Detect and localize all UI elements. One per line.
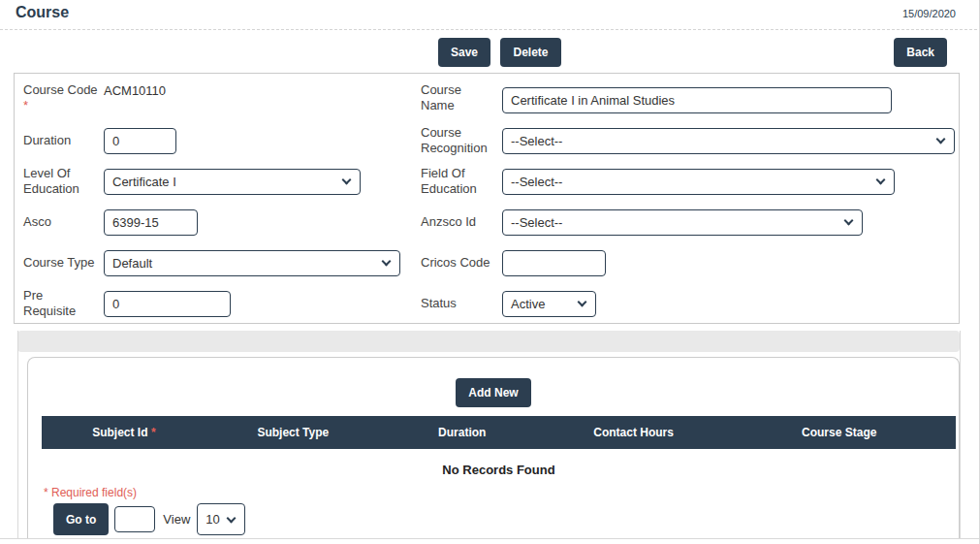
required-asterisk: *	[151, 426, 156, 439]
bottom-divider	[0, 538, 980, 539]
course-recognition-select[interactable]: --Select--	[502, 128, 955, 154]
header-divider	[0, 29, 977, 30]
pre-requisite-input[interactable]	[104, 291, 231, 317]
page-size-select[interactable]: 10	[197, 503, 245, 535]
section-right-border	[960, 331, 961, 539]
pre-requisite-label: Pre Requisite	[23, 288, 104, 320]
course-name-label: Course Name	[421, 82, 502, 114]
field-of-education-select[interactable]: --Select--	[502, 169, 895, 195]
level-of-education-select[interactable]: Certificate I	[104, 169, 361, 195]
required-asterisk: *	[23, 98, 28, 112]
save-button[interactable]: Save	[438, 38, 490, 67]
duration-input[interactable]	[104, 128, 176, 154]
asco-input[interactable]	[104, 209, 198, 236]
chevron-down-icon	[578, 298, 587, 307]
toolbar: Save Delete	[438, 38, 567, 67]
goto-page-input[interactable]	[114, 506, 155, 532]
subjects-tab-bar	[17, 331, 960, 352]
required-fields-note: * Required field(s)	[44, 486, 137, 499]
course-form-panel: Course Code * ACM10110 Course Name Durat…	[14, 73, 960, 324]
subjects-panel: Add New Subject Id * Subject Type Durati…	[27, 357, 960, 539]
anzsco-id-select[interactable]: --Select--	[502, 209, 863, 236]
view-label: View	[163, 512, 190, 527]
no-records-message: No Records Found	[42, 449, 956, 477]
course-type-select[interactable]: Default	[104, 250, 400, 276]
status-label: Status	[421, 296, 502, 311]
column-subject-type: Subject Type	[206, 426, 380, 439]
level-of-education-label: Level Of Education	[23, 166, 104, 198]
add-new-button[interactable]: Add New	[456, 378, 530, 407]
chevron-down-icon	[936, 135, 946, 144]
field-of-education-label: Field Of Education	[421, 166, 502, 198]
course-type-label: Course Type	[23, 255, 104, 271]
cricos-code-input[interactable]	[502, 250, 606, 276]
status-select[interactable]: Active	[502, 291, 596, 317]
cricos-code-label: Cricos Code	[421, 255, 502, 271]
column-subject-id: Subject Id *	[42, 426, 206, 439]
course-code-label: Course Code *	[23, 82, 104, 114]
course-code-value: ACM10110	[104, 83, 421, 98]
page-title: Course	[16, 4, 69, 21]
asco-label: Asco	[23, 214, 104, 230]
goto-button[interactable]: Go to	[53, 503, 109, 535]
course-page: Course 15/09/2020 Save Delete Back Cours…	[0, 0, 980, 544]
course-recognition-label: Course Recognition	[421, 125, 502, 157]
anzsco-id-label: Anzsco Id	[421, 214, 502, 230]
chevron-down-icon	[382, 257, 392, 267]
delete-button[interactable]: Delete	[500, 38, 560, 67]
subjects-table: Subject Id * Subject Type Duration Conta…	[42, 416, 956, 477]
chevron-down-icon	[342, 176, 352, 185]
column-contact-hours: Contact Hours	[545, 426, 723, 439]
column-course-stage: Course Stage	[723, 426, 956, 439]
duration-label: Duration	[23, 133, 104, 148]
course-name-input[interactable]	[502, 87, 892, 113]
back-button[interactable]: Back	[894, 38, 947, 67]
page-date: 15/09/2020	[902, 8, 956, 19]
chevron-down-icon	[876, 176, 886, 185]
pagination: Go to View 10	[53, 503, 245, 535]
section-left-border	[17, 331, 18, 539]
chevron-down-icon	[844, 216, 854, 226]
column-duration: Duration	[380, 426, 545, 439]
chevron-down-icon	[227, 513, 237, 523]
subjects-table-header: Subject Id * Subject Type Duration Conta…	[42, 416, 956, 449]
